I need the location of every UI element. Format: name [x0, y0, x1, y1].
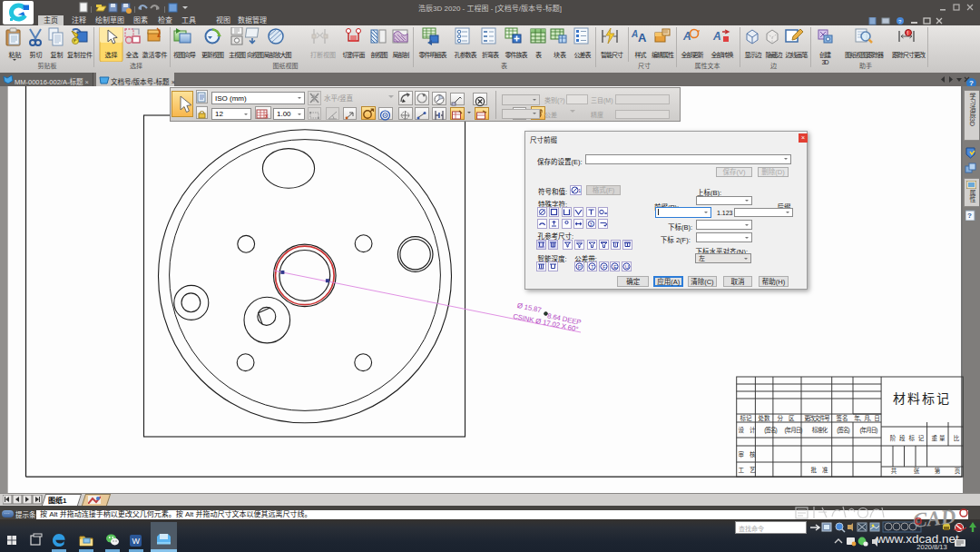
svg-text:U: U: [625, 264, 629, 270]
svg-text:(年月日): (年月日): [785, 426, 803, 434]
svg-text:(签名): (签名): [837, 426, 849, 434]
svg-text:比: 比: [954, 434, 960, 442]
svg-text:年、月、日: 年、月、日: [854, 414, 879, 422]
svg-text:1: 1: [578, 188, 581, 193]
svg-text:F: F: [603, 264, 606, 270]
svg-text:签名: 签名: [837, 414, 848, 422]
svg-text:更改文件号: 更改文件号: [804, 414, 830, 422]
svg-text:A: A: [638, 31, 647, 44]
svg-text:Ø 15.87: Ø 15.87: [516, 301, 542, 314]
svg-text:第: 第: [935, 467, 941, 475]
svg-text:A: A: [631, 29, 638, 39]
svg-text:(签名): (签名): [764, 426, 777, 434]
svg-text:分 区: 分 区: [778, 414, 797, 422]
svg-text:W: W: [132, 537, 140, 546]
svg-text:A: A: [712, 30, 721, 43]
svg-text:T: T: [591, 264, 594, 270]
svg-text:x: x: [265, 113, 269, 119]
svg-text:审 核: 审 核: [739, 450, 758, 458]
svg-text:3: 3: [590, 222, 593, 227]
svg-text:重 量: 重 量: [932, 435, 946, 441]
svg-text:材料标记: 材料标记: [893, 391, 951, 406]
svg-text:处数: 处数: [759, 414, 771, 422]
svg-text:标记: 标记: [740, 414, 753, 422]
svg-text:E: E: [613, 264, 617, 270]
svg-text:页: 页: [955, 468, 961, 475]
svg-text:共: 共: [891, 467, 897, 475]
svg-text:P: P: [578, 264, 582, 270]
svg-text:工 艺: 工 艺: [739, 467, 758, 473]
svg-text:设 计: 设 计: [739, 426, 758, 434]
svg-text:!: !: [906, 30, 908, 36]
svg-text:标准化: 标准化: [812, 426, 828, 434]
svg-text:批 准: 批 准: [811, 466, 830, 474]
svg-text:(年月日): (年月日): [860, 426, 878, 434]
svg-text:张: 张: [914, 467, 920, 475]
svg-text:阶 段 标 记: 阶 段 标 记: [890, 434, 925, 442]
